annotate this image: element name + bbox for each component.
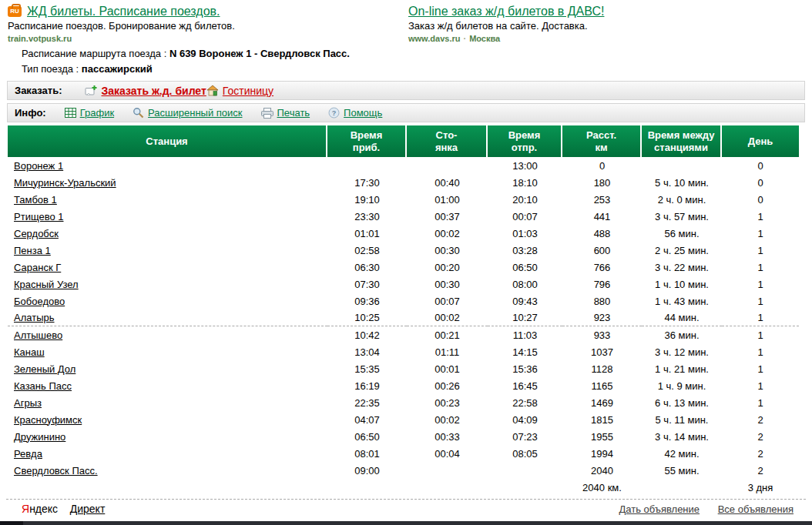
order-ticket-link[interactable]: Заказать ж.д. билет bbox=[85, 85, 206, 97]
between-cell: 44 мин. bbox=[642, 309, 722, 326]
departure-cell: 11:03 bbox=[488, 326, 562, 343]
station-link[interactable]: Казань Пасс bbox=[14, 380, 72, 392]
ad-left-url: train.votpusk.ru bbox=[8, 34, 408, 43]
departure-cell: 15:36 bbox=[488, 360, 562, 377]
between-cell: 42 мин. bbox=[642, 445, 722, 462]
info-link-advanced-search-label: Расширенный поиск bbox=[148, 107, 242, 119]
route-info: Расписание маршрута поезда : N 639 Ворон… bbox=[0, 42, 812, 77]
station-cell: Алатырь bbox=[8, 309, 327, 326]
distance-cell: 2040 bbox=[562, 462, 642, 479]
station-link[interactable]: Дружинино bbox=[14, 431, 65, 443]
ad-left-title-link[interactable]: ЖД билеты. Расписание поездов. bbox=[27, 4, 220, 18]
departure-cell: 16:45 bbox=[488, 377, 562, 394]
table-row: Канаш13:0401:1114:1510373 ч. 12 мин.1 bbox=[8, 343, 799, 360]
arrival-cell: 06:30 bbox=[327, 259, 407, 276]
col-header-arrival: Времяприб. bbox=[327, 125, 407, 157]
station-link[interactable]: Красноуфимск bbox=[14, 414, 82, 426]
station-cell: Тамбов 1 bbox=[8, 191, 327, 208]
order-hotel-link[interactable]: Гостиницу bbox=[206, 85, 273, 97]
station-link[interactable]: Пенза 1 bbox=[14, 245, 51, 256]
total-distance: 2040 км. bbox=[562, 479, 642, 496]
station-link[interactable]: Ртищево 1 bbox=[14, 211, 64, 222]
info-link-schedule-graph[interactable]: График bbox=[65, 107, 114, 119]
station-link[interactable]: Саранск Г bbox=[14, 262, 61, 273]
table-row: Алтышево10:4200:2111:0393336 мин.1 bbox=[8, 326, 799, 343]
distance-cell: 180 bbox=[562, 174, 642, 191]
between-cell: 1 ч. 10 мин. bbox=[642, 276, 722, 293]
table-row: Пенза 102:5800:3003:286002 ч. 25 мин.1 bbox=[8, 242, 799, 259]
all-ads-link[interactable]: Все объявления bbox=[718, 503, 794, 515]
departure-cell: 06:50 bbox=[488, 259, 562, 276]
station-cell: Пенза 1 bbox=[8, 242, 327, 259]
between-cell: 3 ч. 57 мин. bbox=[642, 208, 722, 225]
arrival-cell bbox=[327, 157, 407, 174]
distance-cell: 1815 bbox=[562, 411, 642, 428]
station-link[interactable]: Канаш bbox=[14, 346, 45, 358]
station-link[interactable]: Красный Узел bbox=[14, 279, 79, 290]
departure-cell: 04:09 bbox=[488, 411, 562, 428]
table-row: Алатырь10:2500:0210:2792344 мин.1 bbox=[8, 309, 799, 326]
distance-cell: 1955 bbox=[562, 428, 642, 445]
station-link[interactable]: Воронеж 1 bbox=[14, 160, 63, 172]
stop-cell: 00:02 bbox=[407, 411, 488, 428]
distance-cell: 1469 bbox=[562, 394, 642, 411]
arrival-cell: 07:30 bbox=[327, 276, 407, 293]
day-cell: 2 bbox=[722, 445, 799, 462]
place-ad-link[interactable]: Дать объявление bbox=[619, 503, 700, 515]
info-link-help-label: Помощь bbox=[344, 107, 382, 119]
station-link[interactable]: Алатырь bbox=[14, 312, 55, 323]
station-link[interactable]: Алтышево bbox=[14, 329, 62, 341]
distance-cell: 253 bbox=[562, 191, 642, 208]
departure-cell: 14:15 bbox=[488, 343, 562, 360]
station-link[interactable]: Ревда bbox=[14, 448, 42, 460]
route-label: Расписание маршрута поезда : bbox=[22, 48, 166, 59]
table-row: Красноуфимск04:0700:0204:0918155 ч. 11 м… bbox=[8, 411, 799, 428]
station-link[interactable]: Бобоедово bbox=[14, 296, 65, 307]
between-cell: 56 мин. bbox=[642, 225, 722, 242]
station-link[interactable]: Тамбов 1 bbox=[14, 194, 57, 206]
station-link[interactable]: Свердловск Пасс. bbox=[14, 465, 98, 477]
col-header-distance: Расст.км bbox=[562, 125, 642, 157]
station-link[interactable]: Мичуринск-Уральский bbox=[14, 177, 116, 189]
between-cell: 3 ч. 14 мин. bbox=[642, 428, 722, 445]
grid-icon bbox=[65, 108, 76, 118]
day-cell: 1 bbox=[722, 293, 799, 309]
station-link[interactable]: Зеленый Дол bbox=[14, 363, 75, 375]
order-toolbar: Заказать: Заказать ж.д. билет Гостиницу bbox=[7, 81, 805, 100]
yandex-logo: Яндекс bbox=[22, 503, 58, 515]
info-link-schedule-graph-label: График bbox=[80, 107, 114, 119]
info-link-help[interactable]: ? Помощь bbox=[328, 107, 382, 119]
between-cell: 1 ч. 43 мин. bbox=[642, 293, 722, 309]
stop-cell: 01:00 bbox=[407, 191, 488, 208]
ticket-add-icon bbox=[85, 85, 97, 96]
station-cell: Дружинино bbox=[8, 428, 327, 445]
ad-left: RU ЖД билеты. Расписание поездов. Распис… bbox=[8, 4, 408, 42]
distance-cell: 933 bbox=[562, 326, 642, 343]
departure-cell: 00:07 bbox=[488, 208, 562, 225]
stop-cell bbox=[407, 462, 488, 479]
between-cell: 5 ч. 10 мин. bbox=[642, 174, 722, 191]
schedule-table-body: Воронеж 113:0000Мичуринск-Уральский17:30… bbox=[8, 157, 799, 479]
arrival-cell: 19:10 bbox=[327, 191, 407, 208]
table-row: Ртищево 123:3000:3700:074413 ч. 57 мин.1 bbox=[8, 208, 799, 225]
stop-cell: 00:30 bbox=[407, 276, 488, 293]
distance-cell: 441 bbox=[562, 208, 642, 225]
station-link[interactable]: Агрыз bbox=[14, 397, 42, 409]
station-link[interactable]: Сердобск bbox=[14, 228, 59, 239]
info-link-advanced-search[interactable]: Расширенный поиск bbox=[133, 107, 242, 119]
direct-link[interactable]: Директ bbox=[70, 503, 106, 515]
stop-cell: 00:07 bbox=[407, 293, 488, 309]
arrival-cell: 16:19 bbox=[327, 377, 407, 394]
arrival-cell: 04:07 bbox=[327, 411, 407, 428]
distance-cell: 880 bbox=[562, 293, 642, 309]
table-row: Сердобск01:0100:0201:0348856 мин.1 bbox=[8, 225, 799, 242]
station-cell: Бобоедово bbox=[8, 293, 327, 309]
day-cell: 0 bbox=[722, 174, 799, 191]
route-title: Расписание маршрута поезда : N 639 Ворон… bbox=[22, 46, 812, 62]
summary-empty bbox=[488, 479, 562, 496]
between-cell: 3 ч. 12 мин. bbox=[642, 343, 722, 360]
between-cell: 2 ч. 0 мин. bbox=[642, 191, 722, 208]
stop-cell: 00:23 bbox=[407, 394, 488, 411]
info-link-print[interactable]: Печать bbox=[261, 107, 310, 119]
ad-right-title-link[interactable]: On-line заказ ж/д билетов в ДАВС! bbox=[408, 5, 604, 18]
